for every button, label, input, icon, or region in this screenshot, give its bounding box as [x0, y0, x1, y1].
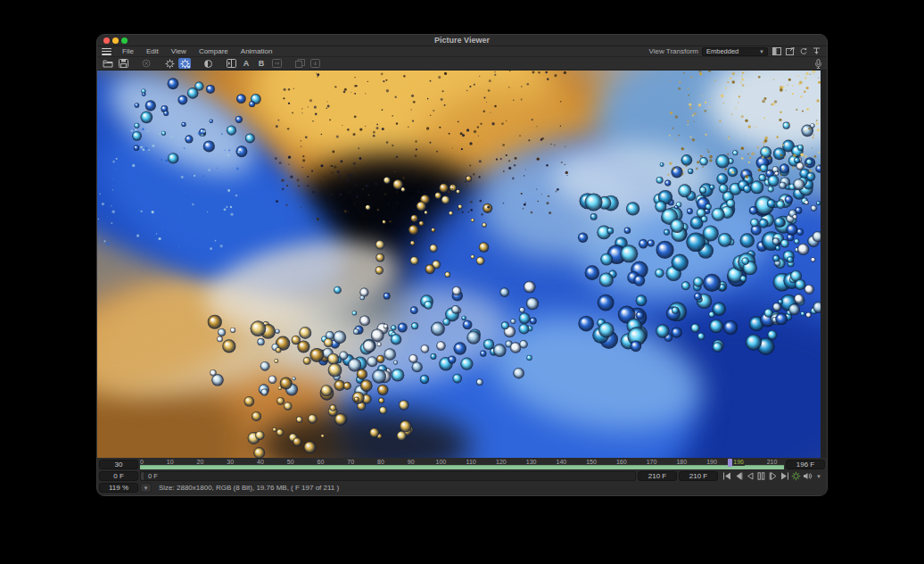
rendered-image[interactable] [97, 70, 821, 458]
ruler-tick-label: 170 [647, 459, 657, 465]
swap-ab-icon [270, 58, 283, 69]
ruler-tick-label: 0 [140, 459, 144, 465]
set-b-button[interactable]: B [255, 58, 268, 69]
ruler-tick-label: 140 [556, 459, 566, 465]
range-start-marker: 0 F [148, 472, 158, 480]
ruler-tick-label: 120 [496, 459, 507, 465]
ruler-tick-label: 90 [408, 459, 415, 465]
microphone-icon[interactable] [814, 58, 827, 69]
pause-button[interactable] [756, 471, 766, 481]
copy-layer-icon [293, 58, 306, 69]
range-start-field[interactable]: 0 F [99, 471, 138, 481]
ruler-tick-label: 160 [616, 459, 627, 465]
preview-range-bar[interactable] [140, 465, 784, 469]
menu-file[interactable]: File [116, 47, 140, 55]
ruler-tick-label: 180 [676, 459, 687, 465]
view-transform-label: View Transform [649, 47, 698, 55]
ruler-tick-label: 70 [347, 459, 354, 465]
play-backward-button[interactable] [745, 471, 755, 481]
gear-selected-icon[interactable] [178, 58, 191, 69]
zoom-dropdown-button[interactable]: ▼ [140, 483, 152, 493]
next-frame-button[interactable] [768, 471, 778, 481]
chevron-down-icon: ▼ [759, 49, 764, 54]
timeline-panel: 30 196 010203040506070809010011012013014… [97, 458, 827, 495]
save-button[interactable] [117, 58, 129, 69]
cancel-render-icon [140, 58, 153, 69]
toolbar: A B [97, 57, 827, 70]
zoom-window-button[interactable] [121, 37, 128, 44]
end-frame-field[interactable]: 210 F [679, 471, 718, 481]
reload-icon[interactable] [798, 47, 808, 56]
ruler-tick-label: 210 [767, 459, 778, 465]
menu-compare[interactable]: Compare [193, 47, 235, 55]
zoom-level-field[interactable]: 119 % [99, 483, 138, 493]
gear-icon[interactable] [163, 58, 176, 69]
hamburger-icon[interactable] [102, 48, 111, 55]
traffic-lights [103, 37, 128, 44]
window-title: Picture Viewer [97, 36, 827, 45]
volume-icon[interactable] [803, 471, 813, 481]
image-viewport [97, 70, 827, 458]
frame-slider-track[interactable]: 0 F [140, 471, 636, 481]
title-bar[interactable]: Picture Viewer [97, 35, 827, 46]
image-info-status: Size: 2880x1800, RGB (8 Bit), 19.76 MB, … [159, 484, 339, 492]
split-view-icon[interactable] [771, 47, 781, 56]
view-transform-select[interactable]: Embedded ▼ [702, 47, 768, 56]
ruler-tick-label: 40 [257, 459, 264, 465]
ruler-tick-label: 150 [586, 459, 597, 465]
ruler-tick-label: 50 [287, 459, 294, 465]
close-window-button[interactable] [103, 37, 110, 44]
paste-layer-icon [309, 58, 321, 69]
loop-playback-icon[interactable] [791, 471, 801, 481]
view-transform-value: Embedded [706, 47, 738, 55]
ruler-tick-label: 110 [466, 459, 476, 465]
ruler-tick-label: 130 [526, 459, 537, 465]
menu-animation[interactable]: Animation [235, 47, 279, 55]
current-frame-field[interactable]: 196 F [786, 460, 825, 469]
ruler-tick-label: 10 [167, 459, 174, 465]
transport-options-caret[interactable]: ▼ [814, 474, 823, 479]
ruler-tick-label: 100 [436, 459, 447, 465]
ruler-tick-label: 20 [197, 459, 204, 465]
playhead-frame-label: 196 [732, 459, 745, 466]
picture-viewer-window: Picture Viewer File Edit View Compare An… [96, 34, 828, 496]
contrast-icon[interactable] [202, 58, 214, 69]
ruler-tick-label: 190 [706, 459, 717, 465]
menu-bar: File Edit View Compare Animation View Tr… [97, 46, 827, 57]
transport-controls: ▼ [720, 471, 825, 481]
ruler-tick-label: 30 [227, 459, 234, 465]
menu-edit[interactable]: Edit [140, 47, 165, 55]
dock-icon[interactable] [812, 47, 821, 56]
previous-frame-button[interactable] [733, 471, 743, 481]
timeline-ruler[interactable]: 196 010203040506070809010011012013014015… [140, 459, 784, 470]
range-handle[interactable] [141, 472, 144, 480]
minimize-window-button[interactable] [112, 37, 119, 44]
menu-view[interactable]: View [165, 47, 193, 55]
popout-icon[interactable] [785, 47, 795, 56]
open-file-button[interactable] [102, 58, 114, 69]
ruler-tick-label: 80 [377, 459, 384, 465]
set-a-button[interactable]: A [240, 58, 252, 69]
range-end-field[interactable]: 210 F [638, 471, 677, 481]
playhead[interactable]: 196 [728, 459, 745, 470]
ab-split-icon[interactable] [225, 58, 237, 69]
goto-end-button[interactable] [780, 471, 789, 481]
fps-field[interactable]: 30 [99, 460, 138, 469]
ruler-tick-label: 60 [318, 459, 325, 465]
goto-start-button[interactable] [722, 471, 731, 481]
